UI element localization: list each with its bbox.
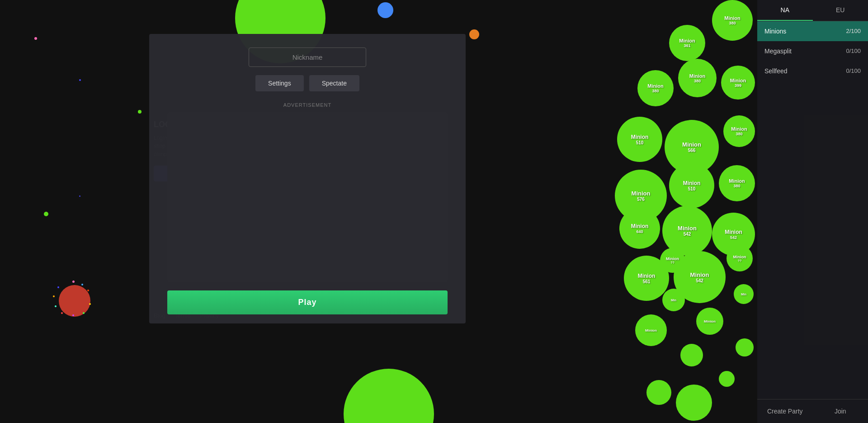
lb-name-megasplit: Megasplit bbox=[764, 48, 792, 55]
lb-score-megasplit: 0/100 bbox=[846, 48, 861, 55]
cell-cluster bbox=[52, 278, 97, 323]
dot-green1 bbox=[138, 110, 142, 114]
lb-score-minions: 2/100 bbox=[846, 28, 861, 35]
minion-circle-561: Minion561 bbox=[624, 256, 669, 301]
minion-circle-small-1: Minion?? bbox=[726, 245, 753, 271]
minion-circle-tiny-5 bbox=[736, 338, 754, 356]
minion-circle-640: Minion640 bbox=[619, 208, 660, 249]
top-circle-blue bbox=[377, 2, 393, 18]
top-circle-orange bbox=[469, 29, 479, 39]
lb-item-sellfeed[interactable]: Sellfeed 0/100 bbox=[757, 61, 868, 81]
lb-score-sellfeed: 0/100 bbox=[846, 67, 861, 75]
action-buttons: Settings Spectate bbox=[255, 75, 359, 91]
advertisement-area bbox=[167, 112, 448, 282]
join-party-button[interactable]: Join bbox=[813, 399, 868, 423]
minion-circle-380-2: Minion380 bbox=[678, 59, 717, 97]
tab-na[interactable]: NA bbox=[757, 0, 813, 21]
minion-circle-tiny-4: Minion bbox=[635, 314, 667, 346]
server-tabs: NA EU bbox=[757, 0, 868, 21]
minion-circle-510-1: Minion510 bbox=[617, 117, 662, 162]
dot-pink bbox=[34, 37, 37, 40]
minion-circle-380-3: Minion380 bbox=[637, 70, 674, 106]
minion-circle-tiny-8 bbox=[646, 380, 671, 405]
dot-blue2 bbox=[79, 195, 80, 197]
dot-green2 bbox=[44, 212, 48, 216]
minion-circle-380-4: Minion380 bbox=[723, 115, 755, 147]
minion-circle-399: Minion399 bbox=[721, 66, 755, 100]
minion-circle-tiny-9 bbox=[676, 385, 712, 421]
spectate-button[interactable]: Spectate bbox=[309, 75, 359, 91]
play-button[interactable]: Play bbox=[167, 290, 448, 314]
settings-button[interactable]: Settings bbox=[255, 75, 304, 91]
minion-circle-tiny-1: Min bbox=[734, 284, 754, 304]
dot-blue1 bbox=[79, 79, 81, 81]
main-panel: Settings Spectate ADVERTISEMENT Play bbox=[149, 34, 466, 323]
minion-circle-380-1: Minion380 bbox=[712, 0, 753, 41]
tab-eu[interactable]: EU bbox=[813, 0, 868, 21]
minion-circle-tiny-2: Min bbox=[662, 289, 685, 311]
leaderboard-list: Minions 2/100 Megasplit 0/100 Sellfeed 0… bbox=[757, 21, 868, 81]
nickname-input[interactable] bbox=[249, 48, 366, 67]
right-panel: NA EU Minions 2/100 Megasplit 0/100 Sell… bbox=[757, 0, 868, 423]
circles-container: Minion380 Minion361 Minion399 Minion380 … bbox=[563, 0, 757, 423]
lb-name-sellfeed: Sellfeed bbox=[764, 67, 788, 75]
lb-item-megasplit[interactable]: Megasplit 0/100 bbox=[757, 41, 868, 61]
create-party-button[interactable]: Create Party bbox=[757, 399, 813, 423]
lb-item-minions[interactable]: Minions 2/100 bbox=[757, 21, 868, 41]
minion-circle-tiny-7 bbox=[719, 371, 735, 387]
minion-circle-361: Minion361 bbox=[669, 25, 705, 61]
minion-circle-510-2: Minion510 bbox=[669, 163, 714, 208]
party-row: Create Party Join bbox=[757, 399, 868, 423]
minion-circle-tiny-6 bbox=[680, 344, 703, 366]
advertisement-label: ADVERTISEMENT bbox=[283, 102, 331, 108]
minion-circle-380-5: Minion380 bbox=[719, 165, 755, 201]
lb-name-minions: Minions bbox=[764, 28, 786, 35]
minion-circle-tiny-3: Minion bbox=[696, 308, 723, 335]
